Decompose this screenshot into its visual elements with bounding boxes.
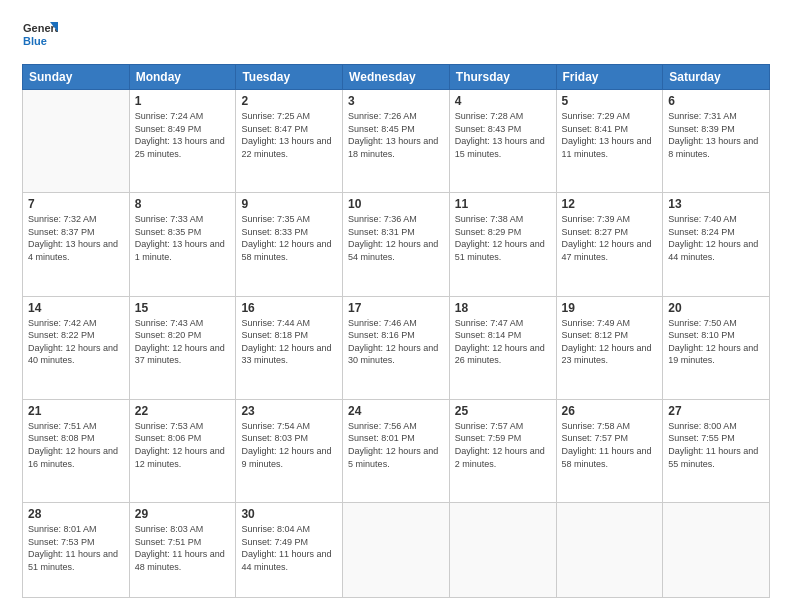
calendar-cell: 24Sunrise: 7:56 AM Sunset: 8:01 PM Dayli… bbox=[343, 399, 450, 502]
day-info: Sunrise: 7:43 AM Sunset: 8:20 PM Dayligh… bbox=[135, 317, 231, 367]
calendar-cell: 12Sunrise: 7:39 AM Sunset: 8:27 PM Dayli… bbox=[556, 193, 663, 296]
day-info: Sunrise: 7:29 AM Sunset: 8:41 PM Dayligh… bbox=[562, 110, 658, 160]
calendar-cell: 29Sunrise: 8:03 AM Sunset: 7:51 PM Dayli… bbox=[129, 503, 236, 598]
calendar-cell: 17Sunrise: 7:46 AM Sunset: 8:16 PM Dayli… bbox=[343, 296, 450, 399]
day-number: 9 bbox=[241, 197, 337, 211]
day-info: Sunrise: 7:28 AM Sunset: 8:43 PM Dayligh… bbox=[455, 110, 551, 160]
calendar-cell bbox=[449, 503, 556, 598]
day-number: 15 bbox=[135, 301, 231, 315]
day-number: 1 bbox=[135, 94, 231, 108]
day-number: 18 bbox=[455, 301, 551, 315]
day-number: 3 bbox=[348, 94, 444, 108]
calendar-cell: 5Sunrise: 7:29 AM Sunset: 8:41 PM Daylig… bbox=[556, 90, 663, 193]
week-row-2: 7Sunrise: 7:32 AM Sunset: 8:37 PM Daylig… bbox=[23, 193, 770, 296]
calendar-cell: 16Sunrise: 7:44 AM Sunset: 8:18 PM Dayli… bbox=[236, 296, 343, 399]
day-number: 30 bbox=[241, 507, 337, 521]
week-row-4: 21Sunrise: 7:51 AM Sunset: 8:08 PM Dayli… bbox=[23, 399, 770, 502]
day-info: Sunrise: 7:47 AM Sunset: 8:14 PM Dayligh… bbox=[455, 317, 551, 367]
weekday-monday: Monday bbox=[129, 65, 236, 90]
day-info: Sunrise: 7:38 AM Sunset: 8:29 PM Dayligh… bbox=[455, 213, 551, 263]
day-number: 5 bbox=[562, 94, 658, 108]
calendar-cell bbox=[343, 503, 450, 598]
day-info: Sunrise: 8:03 AM Sunset: 7:51 PM Dayligh… bbox=[135, 523, 231, 573]
day-number: 24 bbox=[348, 404, 444, 418]
day-info: Sunrise: 7:39 AM Sunset: 8:27 PM Dayligh… bbox=[562, 213, 658, 263]
day-info: Sunrise: 7:26 AM Sunset: 8:45 PM Dayligh… bbox=[348, 110, 444, 160]
day-info: Sunrise: 7:44 AM Sunset: 8:18 PM Dayligh… bbox=[241, 317, 337, 367]
calendar-cell: 21Sunrise: 7:51 AM Sunset: 8:08 PM Dayli… bbox=[23, 399, 130, 502]
day-info: Sunrise: 7:57 AM Sunset: 7:59 PM Dayligh… bbox=[455, 420, 551, 470]
day-number: 23 bbox=[241, 404, 337, 418]
day-number: 26 bbox=[562, 404, 658, 418]
calendar-cell: 1Sunrise: 7:24 AM Sunset: 8:49 PM Daylig… bbox=[129, 90, 236, 193]
day-number: 10 bbox=[348, 197, 444, 211]
calendar-cell: 11Sunrise: 7:38 AM Sunset: 8:29 PM Dayli… bbox=[449, 193, 556, 296]
calendar-cell: 28Sunrise: 8:01 AM Sunset: 7:53 PM Dayli… bbox=[23, 503, 130, 598]
calendar-cell: 23Sunrise: 7:54 AM Sunset: 8:03 PM Dayli… bbox=[236, 399, 343, 502]
day-number: 17 bbox=[348, 301, 444, 315]
calendar-cell: 20Sunrise: 7:50 AM Sunset: 8:10 PM Dayli… bbox=[663, 296, 770, 399]
day-info: Sunrise: 7:50 AM Sunset: 8:10 PM Dayligh… bbox=[668, 317, 764, 367]
day-number: 14 bbox=[28, 301, 124, 315]
day-info: Sunrise: 8:01 AM Sunset: 7:53 PM Dayligh… bbox=[28, 523, 124, 573]
calendar-cell: 15Sunrise: 7:43 AM Sunset: 8:20 PM Dayli… bbox=[129, 296, 236, 399]
day-info: Sunrise: 7:25 AM Sunset: 8:47 PM Dayligh… bbox=[241, 110, 337, 160]
day-number: 7 bbox=[28, 197, 124, 211]
day-number: 11 bbox=[455, 197, 551, 211]
day-number: 13 bbox=[668, 197, 764, 211]
day-number: 25 bbox=[455, 404, 551, 418]
day-number: 8 bbox=[135, 197, 231, 211]
day-info: Sunrise: 7:56 AM Sunset: 8:01 PM Dayligh… bbox=[348, 420, 444, 470]
day-number: 29 bbox=[135, 507, 231, 521]
day-number: 19 bbox=[562, 301, 658, 315]
day-info: Sunrise: 7:54 AM Sunset: 8:03 PM Dayligh… bbox=[241, 420, 337, 470]
calendar-cell bbox=[663, 503, 770, 598]
day-number: 6 bbox=[668, 94, 764, 108]
calendar-cell: 7Sunrise: 7:32 AM Sunset: 8:37 PM Daylig… bbox=[23, 193, 130, 296]
calendar-cell: 8Sunrise: 7:33 AM Sunset: 8:35 PM Daylig… bbox=[129, 193, 236, 296]
day-info: Sunrise: 7:33 AM Sunset: 8:35 PM Dayligh… bbox=[135, 213, 231, 263]
header: General Blue bbox=[22, 18, 770, 54]
day-info: Sunrise: 7:51 AM Sunset: 8:08 PM Dayligh… bbox=[28, 420, 124, 470]
calendar-cell: 6Sunrise: 7:31 AM Sunset: 8:39 PM Daylig… bbox=[663, 90, 770, 193]
calendar-header: SundayMondayTuesdayWednesdayThursdayFrid… bbox=[23, 65, 770, 90]
week-row-5: 28Sunrise: 8:01 AM Sunset: 7:53 PM Dayli… bbox=[23, 503, 770, 598]
day-number: 12 bbox=[562, 197, 658, 211]
calendar-cell: 27Sunrise: 8:00 AM Sunset: 7:55 PM Dayli… bbox=[663, 399, 770, 502]
day-info: Sunrise: 8:00 AM Sunset: 7:55 PM Dayligh… bbox=[668, 420, 764, 470]
calendar-cell: 26Sunrise: 7:58 AM Sunset: 7:57 PM Dayli… bbox=[556, 399, 663, 502]
svg-text:Blue: Blue bbox=[23, 35, 47, 47]
calendar-cell: 18Sunrise: 7:47 AM Sunset: 8:14 PM Dayli… bbox=[449, 296, 556, 399]
weekday-thursday: Thursday bbox=[449, 65, 556, 90]
day-number: 20 bbox=[668, 301, 764, 315]
day-number: 22 bbox=[135, 404, 231, 418]
day-number: 21 bbox=[28, 404, 124, 418]
weekday-tuesday: Tuesday bbox=[236, 65, 343, 90]
day-number: 2 bbox=[241, 94, 337, 108]
calendar-cell: 25Sunrise: 7:57 AM Sunset: 7:59 PM Dayli… bbox=[449, 399, 556, 502]
calendar-cell: 19Sunrise: 7:49 AM Sunset: 8:12 PM Dayli… bbox=[556, 296, 663, 399]
day-info: Sunrise: 7:24 AM Sunset: 8:49 PM Dayligh… bbox=[135, 110, 231, 160]
calendar-cell: 22Sunrise: 7:53 AM Sunset: 8:06 PM Dayli… bbox=[129, 399, 236, 502]
calendar-cell bbox=[556, 503, 663, 598]
calendar-cell: 30Sunrise: 8:04 AM Sunset: 7:49 PM Dayli… bbox=[236, 503, 343, 598]
weekday-sunday: Sunday bbox=[23, 65, 130, 90]
day-info: Sunrise: 7:35 AM Sunset: 8:33 PM Dayligh… bbox=[241, 213, 337, 263]
logo-svg: General Blue bbox=[22, 18, 58, 54]
day-number: 4 bbox=[455, 94, 551, 108]
calendar-cell: 14Sunrise: 7:42 AM Sunset: 8:22 PM Dayli… bbox=[23, 296, 130, 399]
calendar-cell bbox=[23, 90, 130, 193]
day-info: Sunrise: 7:31 AM Sunset: 8:39 PM Dayligh… bbox=[668, 110, 764, 160]
weekday-row: SundayMondayTuesdayWednesdayThursdayFrid… bbox=[23, 65, 770, 90]
day-info: Sunrise: 7:40 AM Sunset: 8:24 PM Dayligh… bbox=[668, 213, 764, 263]
day-info: Sunrise: 7:49 AM Sunset: 8:12 PM Dayligh… bbox=[562, 317, 658, 367]
weekday-friday: Friday bbox=[556, 65, 663, 90]
week-row-1: 1Sunrise: 7:24 AM Sunset: 8:49 PM Daylig… bbox=[23, 90, 770, 193]
calendar-cell: 3Sunrise: 7:26 AM Sunset: 8:45 PM Daylig… bbox=[343, 90, 450, 193]
weekday-wednesday: Wednesday bbox=[343, 65, 450, 90]
calendar-cell: 10Sunrise: 7:36 AM Sunset: 8:31 PM Dayli… bbox=[343, 193, 450, 296]
logo: General Blue bbox=[22, 18, 58, 54]
calendar-cell: 9Sunrise: 7:35 AM Sunset: 8:33 PM Daylig… bbox=[236, 193, 343, 296]
day-info: Sunrise: 7:42 AM Sunset: 8:22 PM Dayligh… bbox=[28, 317, 124, 367]
week-row-3: 14Sunrise: 7:42 AM Sunset: 8:22 PM Dayli… bbox=[23, 296, 770, 399]
